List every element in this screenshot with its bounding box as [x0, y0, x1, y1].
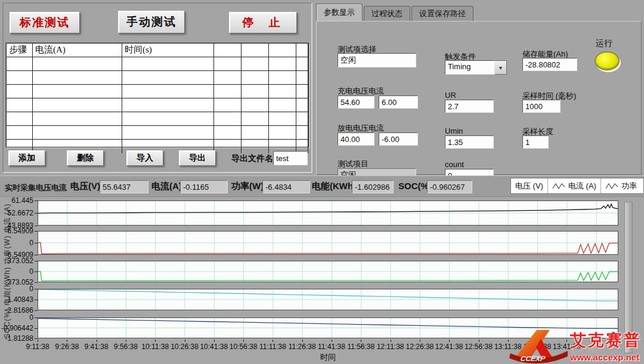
- steps-table-cell[interactable]: [214, 57, 242, 71]
- run-led-indicator: [595, 51, 620, 70]
- legend-item[interactable]: 电流 (A): [547, 178, 600, 193]
- chart-band[interactable]: [38, 289, 618, 310]
- steps-table-cell[interactable]: [242, 98, 269, 112]
- steps-table-cell[interactable]: [122, 98, 214, 112]
- ur-input[interactable]: [445, 100, 494, 113]
- steps-table-cell[interactable]: [7, 57, 33, 71]
- steps-table-cell[interactable]: [214, 71, 242, 85]
- steps-table-cell[interactable]: [7, 112, 33, 126]
- steps-table-header-cell: 步骤: [7, 44, 33, 57]
- steps-table-cell[interactable]: [269, 85, 296, 98]
- umin-input[interactable]: [445, 135, 494, 149]
- x-tick-mark: [332, 340, 332, 342]
- table-row[interactable]: [7, 126, 308, 140]
- steps-table-cell[interactable]: [296, 57, 308, 71]
- test-item-select-input[interactable]: [338, 53, 416, 67]
- table-row[interactable]: [7, 85, 308, 98]
- steps-table-header-cell: [214, 44, 242, 57]
- steps-table-cell[interactable]: [242, 71, 269, 85]
- table-row[interactable]: [7, 71, 308, 85]
- table-row[interactable]: [7, 112, 308, 126]
- tab-0-active[interactable]: 参数显示: [316, 4, 363, 21]
- table-row[interactable]: [7, 98, 308, 112]
- plot-area[interactable]: [38, 200, 618, 338]
- params-tab-panel: 参数显示过程状态设置保存路径 测试项选择 充电电压电流 放电电压电流 测试项目 …: [316, 5, 642, 175]
- export-filename-input[interactable]: [273, 151, 308, 165]
- chart-band[interactable]: [38, 200, 618, 226]
- chart-band[interactable]: [38, 261, 618, 282]
- stop-button[interactable]: 停 止: [229, 12, 297, 33]
- steps-table-cell[interactable]: [269, 57, 296, 71]
- ur-label: UR: [445, 91, 456, 100]
- tab-2[interactable]: 设置保存路径: [411, 6, 473, 21]
- steps-table-cell[interactable]: [122, 126, 214, 140]
- steps-table[interactable]: 步骤电流(A)时间(s): [6, 43, 309, 147]
- chart-band[interactable]: [38, 231, 618, 255]
- steps-table-cell[interactable]: [122, 57, 214, 71]
- steps-table-cell[interactable]: [242, 57, 269, 71]
- discharge-voltage-input[interactable]: [338, 132, 374, 146]
- steps-table-cell[interactable]: [122, 71, 214, 85]
- delete-step-button[interactable]: 删除: [67, 150, 104, 166]
- steps-table-cell[interactable]: [214, 126, 242, 140]
- y-tick-label: 373.052: [1, 257, 33, 265]
- chevron-down-icon[interactable]: ▾: [495, 60, 507, 75]
- steps-table-cell[interactable]: [296, 126, 308, 140]
- import-button[interactable]: 导入: [126, 150, 163, 166]
- steps-table-cell[interactable]: [242, 140, 269, 153]
- legend-item[interactable]: 功率: [600, 178, 641, 193]
- export-button[interactable]: 导出: [179, 150, 216, 166]
- plot-legend[interactable]: 电压 (V)电流 (A)功率: [510, 178, 644, 194]
- x-tick-label: 10:11:38: [141, 343, 169, 351]
- sample-length-input[interactable]: [522, 135, 549, 149]
- steps-table-header-cell: [242, 44, 269, 57]
- steps-table-cell[interactable]: [296, 112, 308, 126]
- manual-test-button[interactable]: 手动测试: [118, 11, 185, 33]
- steps-table-cell[interactable]: [269, 71, 296, 85]
- steps-table-cell[interactable]: [296, 98, 308, 112]
- tab-1[interactable]: 过程状态: [364, 6, 410, 21]
- steps-table-cell[interactable]: [214, 98, 242, 112]
- stored-energy-input[interactable]: [522, 58, 577, 71]
- x-tick-mark: [273, 340, 273, 342]
- steps-table-cell[interactable]: [7, 71, 33, 85]
- steps-table-cell[interactable]: [7, 85, 33, 98]
- chart-band[interactable]: [38, 317, 618, 338]
- steps-table-cell[interactable]: [33, 98, 122, 112]
- steps-table-cell[interactable]: [7, 98, 33, 112]
- table-row[interactable]: [7, 57, 308, 71]
- steps-table-cell[interactable]: [242, 112, 269, 126]
- charge-current-input[interactable]: [379, 95, 418, 109]
- y-tick-label: 0: [1, 267, 33, 276]
- steps-table-cell[interactable]: [296, 71, 308, 85]
- params-tab-body: 测试项选择 充电电压电流 放电电压电流 测试项目 空闲 触发条件 Timing …: [316, 21, 642, 175]
- discharge-current-input[interactable]: [379, 132, 418, 146]
- waveform-icon: [605, 182, 618, 190]
- steps-table-cell[interactable]: [33, 126, 122, 140]
- steps-table-cell[interactable]: [214, 112, 242, 126]
- steps-table-cell[interactable]: [33, 112, 122, 126]
- live-value-indicator: -0.1165: [180, 180, 228, 193]
- steps-table-cell[interactable]: [242, 85, 269, 98]
- steps-table-cell[interactable]: [269, 98, 296, 112]
- standard-test-button[interactable]: 标准测试: [10, 12, 80, 33]
- steps-table-cell[interactable]: [122, 85, 214, 98]
- steps-table-cell[interactable]: [33, 85, 122, 98]
- steps-table-cell[interactable]: [214, 140, 242, 153]
- steps-table-cell[interactable]: [296, 85, 308, 98]
- steps-table-cell[interactable]: [7, 126, 33, 140]
- charge-voltage-input[interactable]: [338, 95, 374, 109]
- add-step-button[interactable]: 添加: [8, 150, 45, 166]
- steps-table-cell[interactable]: [269, 126, 296, 140]
- x-tick-label: 9:26:38: [55, 343, 79, 351]
- sample-time-input[interactable]: [522, 100, 561, 113]
- steps-table-cell[interactable]: [242, 126, 269, 140]
- trigger-select[interactable]: Timing ▾: [445, 60, 507, 75]
- steps-table-cell[interactable]: [33, 71, 122, 85]
- steps-table-cell[interactable]: [33, 57, 122, 71]
- steps-table-cell[interactable]: [214, 85, 242, 98]
- legend-item-label: 电压 (V): [515, 181, 543, 192]
- legend-item[interactable]: 电压 (V): [511, 178, 547, 193]
- steps-table-cell[interactable]: [269, 112, 296, 126]
- steps-table-cell[interactable]: [122, 112, 214, 126]
